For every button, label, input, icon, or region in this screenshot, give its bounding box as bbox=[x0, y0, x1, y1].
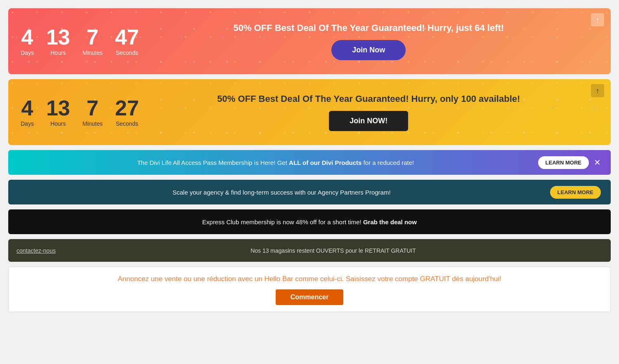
days-counter-1: 4 Days bbox=[21, 26, 34, 56]
hours-label-1: Hours bbox=[46, 49, 70, 56]
banner2-headline: 50% OFF Best Deal Of The Year Guaranteed… bbox=[217, 94, 520, 104]
minutes-counter-1: 7 Minutes bbox=[83, 26, 103, 56]
scroll-up-button-1[interactable]: ↑ bbox=[591, 13, 604, 26]
seconds-label-2: Seconds bbox=[115, 120, 139, 127]
banner5-text-normal: Express Club membership is now 48% off f… bbox=[202, 218, 363, 225]
banner3-text: The Divi Life All Access Pass Membership… bbox=[18, 159, 533, 166]
banner3-text-after: for a reduced rate! bbox=[361, 159, 414, 166]
days-number-1: 4 bbox=[21, 26, 34, 48]
days-label-2: Days bbox=[21, 120, 34, 127]
hours-number-2: 13 bbox=[46, 97, 70, 119]
hours-counter-2: 13 Hours bbox=[46, 97, 70, 127]
banner3-close-button[interactable]: ✕ bbox=[594, 157, 601, 167]
seconds-number-2: 27 bbox=[115, 97, 139, 119]
banner5-text-bold[interactable]: Grab the deal now bbox=[363, 218, 417, 225]
banner-red-countdown: 4 Days 13 Hours 7 Minutes 47 Seconds 50%… bbox=[8, 8, 611, 74]
banner3-text-normal: The Divi Life All Access Pass Membership… bbox=[137, 159, 289, 166]
seconds-number-1: 47 bbox=[115, 26, 139, 48]
banner4-text: Scale your agency & find long-term succe… bbox=[18, 189, 545, 196]
banner2-content: 50% OFF Best Deal Of The Year Guaranteed… bbox=[139, 94, 598, 131]
countdown-2: 4 Days 13 Hours 7 Minutes 27 Seconds bbox=[21, 97, 139, 127]
arrow-up-icon: ↑ bbox=[596, 16, 600, 24]
minutes-label-1: Minutes bbox=[83, 49, 103, 56]
banner4-learn-more-button[interactable]: LEARN MORE bbox=[550, 186, 601, 199]
banner1-cta-button[interactable]: Join Now bbox=[331, 40, 406, 60]
seconds-label-1: Seconds bbox=[115, 49, 139, 56]
banner3-text-bold: ALL of our Divi Products bbox=[289, 159, 361, 166]
minutes-counter-2: 7 Minutes bbox=[83, 97, 103, 127]
seconds-counter-2: 27 Seconds bbox=[115, 97, 139, 127]
banner3-learn-more-button[interactable]: LEARN MORE bbox=[538, 156, 589, 169]
banner-hello-bar-promo: Annoncez une vente ou une réduction avec… bbox=[8, 267, 611, 312]
banner6-text: Nos 13 magasins restent OUVERTS pour le … bbox=[64, 247, 602, 254]
days-label-1: Days bbox=[21, 49, 34, 56]
hours-label-2: Hours bbox=[46, 120, 70, 127]
days-number-2: 4 bbox=[21, 97, 34, 119]
minutes-label-2: Minutes bbox=[83, 120, 103, 127]
banner-express-club: Express Club membership is now 48% off f… bbox=[8, 209, 611, 234]
banner2-cta-button[interactable]: Join NOW! bbox=[329, 111, 408, 131]
scroll-up-button-2[interactable]: ↑ bbox=[591, 84, 604, 97]
banner7-cta-button[interactable]: Commencer bbox=[276, 289, 343, 305]
minutes-number-2: 7 bbox=[83, 97, 103, 119]
banner1-headline: 50% OFF Best Deal Of The Year Guaranteed… bbox=[233, 23, 504, 33]
hours-counter-1: 13 Hours bbox=[46, 26, 70, 56]
banner-magasins: contactez-nous Nos 13 magasins restent O… bbox=[8, 239, 611, 262]
minutes-number-1: 7 bbox=[83, 26, 103, 48]
days-counter-2: 4 Days bbox=[21, 97, 34, 127]
banner5-text: Express Club membership is now 48% off f… bbox=[202, 218, 417, 225]
banner-agency-partners: Scale your agency & find long-term succe… bbox=[8, 180, 611, 204]
countdown-1: 4 Days 13 Hours 7 Minutes 47 Seconds bbox=[21, 26, 139, 56]
banner-divi-life: The Divi Life All Access Pass Membership… bbox=[8, 150, 611, 175]
seconds-counter-1: 47 Seconds bbox=[115, 26, 139, 56]
hours-number-1: 13 bbox=[46, 26, 70, 48]
arrow-up-icon-2: ↑ bbox=[596, 87, 600, 95]
banner1-content: 50% OFF Best Deal Of The Year Guaranteed… bbox=[139, 23, 598, 60]
banner7-text: Annoncez une vente ou une réduction avec… bbox=[118, 274, 501, 284]
banner6-contact-link[interactable]: contactez-nous bbox=[17, 247, 56, 254]
banner-yellow-countdown: 4 Days 13 Hours 7 Minutes 27 Seconds 50%… bbox=[8, 79, 611, 145]
